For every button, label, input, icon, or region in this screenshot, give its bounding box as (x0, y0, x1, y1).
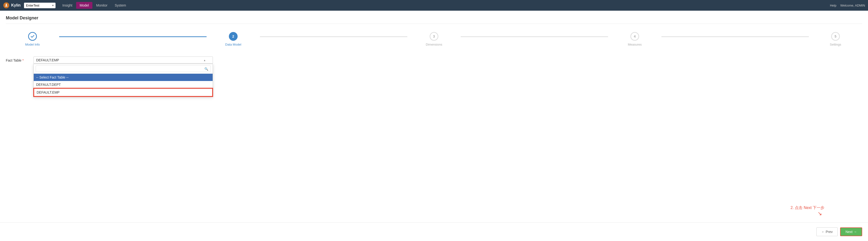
dropdown-option-dept[interactable]: DEFAULT.DEPT (34, 81, 213, 88)
step-5: 5 Settings (809, 32, 862, 46)
dropdown-menu: 🔍 -- Select Fact Table -- DEFAULT.DEPT D… (33, 64, 213, 97)
connector-4-5 (661, 36, 809, 37)
connector-1-2 (59, 36, 207, 37)
search-icon: 🔍 (205, 67, 208, 70)
step-1: Model Info (6, 32, 59, 46)
required-marker: * (22, 58, 24, 62)
step-2: 2 Data Model (207, 32, 260, 46)
svg-point-1 (6, 4, 7, 5)
dropdown-option-emp[interactable]: DEFAULT.EMP (34, 88, 213, 96)
step-1-label: Model Info (25, 43, 40, 46)
prev-button[interactable]: ← Prev (816, 228, 838, 236)
project-selector[interactable]: EnterTest (24, 3, 56, 8)
top-nav: Kylin EnterTest Insight Model Monitor Sy… (0, 0, 868, 11)
nav-insight[interactable]: Insight (59, 2, 76, 9)
fact-table-dropdown[interactable]: DEFAULT.EMP 🔍 -- Select Fact Table -- DE… (33, 57, 213, 64)
check-icon (30, 34, 35, 38)
nav-system[interactable]: System (111, 2, 129, 9)
step-1-circle (28, 32, 37, 41)
fact-table-label: Fact Table * (6, 57, 28, 62)
stepper: Model Info 2 Data Model 3 Dimensions 4 M… (6, 30, 862, 49)
dropdown-option-select[interactable]: -- Select Fact Table -- (34, 74, 213, 81)
dropdown-selected-value[interactable]: DEFAULT.EMP (33, 57, 213, 64)
bottom-toolbar: ← Prev Next → (0, 222, 868, 241)
step-3-circle: 3 (430, 32, 438, 41)
step-2-circle: 2 (229, 32, 238, 41)
nav-right: Help Welcome, ADMIN (830, 4, 865, 7)
help-link[interactable]: Help (830, 4, 836, 7)
project-selector-wrapper[interactable]: EnterTest (24, 3, 56, 8)
step-5-circle: 5 (831, 32, 840, 41)
form-section: Fact Table * DEFAULT.EMP 🔍 -- Select Fac… (6, 57, 862, 76)
nav-model[interactable]: Model (76, 2, 92, 9)
step-4-label: Measures (628, 43, 642, 46)
connector-2-3 (260, 36, 407, 37)
nav-menu: Insight Model Monitor System (59, 2, 129, 9)
logo: Kylin (3, 2, 21, 9)
kylin-logo-icon (3, 2, 10, 9)
annotation-arrow-2: ↘ (790, 210, 822, 217)
annotation-2-area: 2. 点击 Next 下一步 ↘ (790, 205, 824, 217)
dropdown-search-input[interactable] (36, 65, 211, 72)
step-2-label: Data Model (225, 43, 241, 46)
step-3: 3 Dimensions (407, 32, 461, 46)
dropdown-search-container: 🔍 (34, 64, 213, 74)
welcome-text: Welcome, ADMIN (840, 4, 865, 7)
page-title: Model Designer (6, 16, 862, 24)
step-5-label: Settings (830, 43, 841, 46)
main-content: Model Designer Model Info 2 Data Model 3… (0, 11, 868, 241)
logo-text: Kylin (11, 3, 21, 7)
nav-monitor[interactable]: Monitor (93, 2, 111, 9)
connector-3-4 (461, 36, 608, 37)
step-3-label: Dimensions (426, 43, 442, 46)
annotation-2-text: 2. 点击 Next 下一步 (790, 206, 824, 210)
step-4-circle: 4 (630, 32, 639, 41)
next-button[interactable]: Next → (840, 228, 862, 236)
step-4: 4 Measures (608, 32, 661, 46)
